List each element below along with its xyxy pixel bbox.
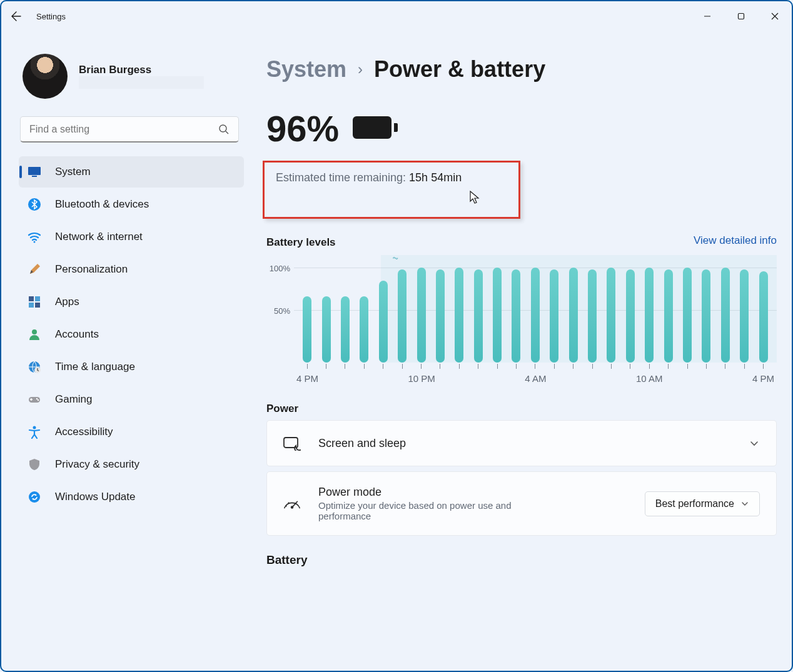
chart-bar	[360, 296, 368, 363]
sidebar-item-label: Personalization	[55, 263, 128, 276]
sidebar-item-label: Accounts	[55, 328, 99, 341]
sidebar-item-time-language[interactable]: Time & language	[19, 351, 244, 383]
sidebar-item-label: Accessibility	[55, 426, 113, 438]
battery-group-title: Battery	[266, 553, 777, 567]
svg-rect-2	[28, 167, 41, 175]
account-icon	[28, 328, 41, 341]
chart-tick	[721, 364, 730, 369]
chart-bar	[702, 269, 710, 363]
svg-point-21	[288, 502, 289, 503]
view-detailed-link[interactable]: View detailed info	[694, 234, 777, 247]
chart-tick	[379, 364, 388, 369]
screen-sleep-card[interactable]: Screen and sleep	[266, 420, 777, 466]
chart-tick	[455, 364, 463, 369]
user-info[interactable]: Brian Burgess	[23, 54, 244, 99]
svg-point-1	[220, 125, 226, 132]
sidebar-item-gaming[interactable]: Gaming	[19, 384, 244, 415]
chart-bar	[740, 269, 749, 363]
sidebar-item-label: Gaming	[55, 393, 93, 406]
chart-bar	[626, 269, 635, 363]
chart-bar	[474, 269, 483, 363]
sidebar-item-label: Time & language	[55, 361, 135, 373]
update-icon	[28, 490, 41, 504]
accessibility-icon	[28, 425, 41, 439]
sidebar-item-label: Privacy & security	[55, 458, 139, 471]
gamepad-icon	[28, 393, 41, 406]
levels-title: Battery levels	[266, 236, 336, 249]
shield-icon	[28, 458, 41, 471]
svg-point-14	[36, 398, 38, 399]
power-mode-card[interactable]: Power mode Optimize your device based on…	[266, 471, 777, 536]
apps-icon	[28, 295, 41, 309]
chart-bar	[607, 268, 615, 363]
chevron-right-icon: ›	[358, 61, 363, 78]
chart-bar	[341, 296, 350, 363]
sidebar-item-privacy-security[interactable]: Privacy & security	[19, 449, 244, 480]
search-icon	[218, 124, 230, 135]
sidebar-item-network-internet[interactable]: Network & internet	[19, 221, 244, 253]
chart-tick	[417, 364, 426, 369]
select-value: Best performance	[655, 498, 734, 509]
chart-bar	[683, 268, 692, 363]
search-input[interactable]	[20, 116, 239, 143]
minimize-button[interactable]	[690, 5, 724, 28]
chart-tick	[664, 364, 673, 369]
chart-tick	[759, 364, 768, 369]
chart-tick	[531, 364, 540, 369]
breadcrumb: System › Power & battery	[266, 56, 777, 83]
battery-icon	[353, 116, 398, 141]
window-controls	[690, 5, 792, 28]
sidebar-item-windows-update[interactable]: Windows Update	[19, 481, 244, 513]
main-content: System › Power & battery 96% Estimated t…	[250, 31, 792, 671]
chart-tick	[683, 364, 692, 369]
sidebar-item-system[interactable]: System	[19, 156, 244, 188]
screen-sleep-icon	[283, 434, 301, 452]
sidebar-item-label: Windows Update	[55, 491, 136, 503]
chart-bar	[588, 269, 597, 363]
card-subtitle: Optimize your device based on power use …	[318, 500, 543, 521]
breadcrumb-parent[interactable]: System	[266, 56, 346, 83]
close-button[interactable]	[758, 5, 792, 28]
chart-tick	[512, 364, 520, 369]
battery-summary: 96%	[266, 108, 777, 149]
sidebar-item-bluetooth-devices[interactable]: Bluetooth & devices	[19, 189, 244, 220]
svg-rect-8	[29, 303, 34, 308]
chart-tick	[626, 364, 635, 369]
sidebar-item-apps[interactable]: Apps	[19, 286, 244, 318]
chart-tick	[645, 364, 654, 369]
sidebar-item-label: Apps	[55, 296, 79, 308]
power-mode-select[interactable]: Best performance	[645, 491, 760, 516]
svg-point-16	[33, 426, 36, 429]
plug-icon: ⏦	[393, 253, 398, 263]
estimate-value: 15h 54min	[409, 171, 462, 184]
svg-rect-6	[29, 296, 34, 301]
chart-bar	[322, 296, 331, 363]
card-title: Power mode	[318, 486, 627, 499]
search-field[interactable]	[29, 124, 218, 135]
chart-bar	[645, 268, 654, 363]
user-name: Brian Burgess	[79, 64, 204, 76]
svg-point-17	[29, 491, 40, 503]
app-title: Settings	[36, 12, 66, 21]
estimate-highlight: Estimated time remaining: 15h 54min	[263, 161, 520, 219]
maximize-button[interactable]	[724, 5, 758, 28]
wifi-icon	[28, 230, 41, 244]
sidebar-item-accounts[interactable]: Accounts	[19, 319, 244, 350]
sidebar-item-personalization[interactable]: Personalization	[19, 254, 244, 285]
avatar	[23, 54, 68, 99]
chart-tick	[550, 364, 558, 369]
chart-bar	[512, 269, 520, 363]
chart-bar	[569, 268, 578, 363]
chart-bar	[417, 268, 426, 363]
x-label: 4 AM	[525, 373, 546, 384]
chart-bar	[664, 269, 673, 363]
back-icon[interactable]	[11, 11, 21, 21]
x-label: 10 AM	[636, 373, 663, 384]
sidebar-item-label: Bluetooth & devices	[55, 198, 149, 211]
battery-percent: 96%	[266, 108, 339, 149]
bluetooth-icon	[28, 198, 41, 211]
estimate-label: Estimated time remaining:	[276, 171, 409, 184]
sidebar: Brian Burgess SystemBluetooth & devicesN…	[1, 31, 250, 671]
sidebar-item-accessibility[interactable]: Accessibility	[19, 416, 244, 448]
power-mode-icon	[283, 495, 301, 513]
